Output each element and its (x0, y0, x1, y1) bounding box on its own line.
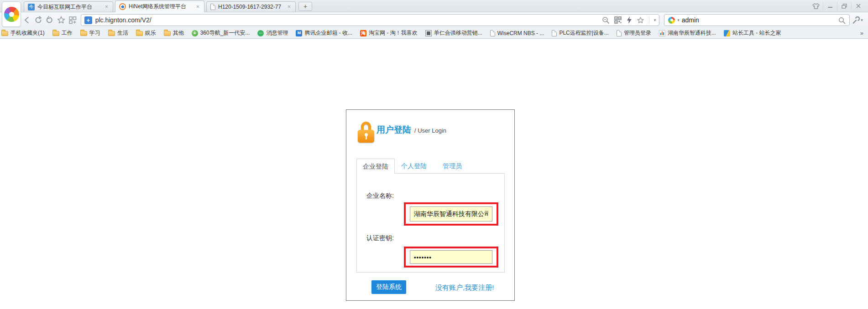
mail-icon: M (296, 30, 302, 36)
login-title-cn: 用户登陆 (376, 125, 411, 134)
bookmark-messages[interactable]: ···消息管理 (257, 29, 288, 37)
qr-code-icon (614, 16, 622, 24)
page-icon (552, 30, 557, 36)
divider (649, 16, 649, 24)
address-bar-actions: ▾ (601, 16, 656, 24)
search-engine-dropdown-icon[interactable]: ▾ (677, 18, 680, 22)
search-input[interactable]: admin (682, 16, 836, 24)
tab-title: H120-1509-1617-2932-77 (218, 4, 284, 10)
bookmark-plc-monitor[interactable]: PLC远程监控|设备... (552, 29, 608, 37)
browser-chrome: 今 今目标互联网工作平台 × HiNet网络系统管理平台 × H120-1509… (0, 0, 868, 39)
tab-jinmubiao[interactable]: 今 今目标互联网工作平台 × (24, 1, 113, 12)
bookmark-label: 学习 (89, 29, 100, 37)
bookmarks-bar: 手机收藏夹(1) 工作 学习 生活 娱乐 其他 +360导航_新一代安... ·… (0, 28, 868, 39)
tab-h120[interactable]: H120-1509-1617-2932-77 × (206, 1, 296, 12)
register-link[interactable]: 没有账户,我要注册! (435, 283, 494, 292)
hinet-favicon-icon (119, 3, 126, 10)
site-shield-icon[interactable]: + (84, 16, 92, 24)
tab-bar: 今 今目标互联网工作平台 × HiNet网络系统管理平台 × H120-1509… (0, 0, 868, 12)
window-controls (809, 2, 865, 10)
tab-admin-login[interactable]: 管理员 (433, 159, 471, 174)
restore-button[interactable] (837, 2, 851, 10)
bookmark-folder-life[interactable]: 生活 (108, 29, 128, 37)
bookmarks-overflow-button[interactable]: » (860, 30, 863, 36)
bookmark-label: 工作 (62, 29, 73, 37)
url-text[interactable]: plc.hignton.com/V2/ (95, 16, 598, 24)
bookmark-360nav[interactable]: +360导航_新一代安... (192, 29, 250, 37)
bookmark-taobao[interactable]: 淘淘宝网 - 淘！我喜欢 (360, 29, 418, 37)
auth-key-input[interactable] (410, 250, 492, 264)
chat-bubble-icon: ··· (257, 30, 264, 36)
tab-enterprise-login[interactable]: 企业登陆 (356, 159, 395, 174)
back-icon (22, 15, 31, 25)
folder-icon (108, 31, 115, 36)
search-box[interactable]: ▾ admin (664, 14, 850, 26)
back-button[interactable] (22, 15, 32, 26)
jinmubiao-favicon-icon: 今 (28, 4, 35, 10)
bookmark-chinaz[interactable]: 站长工具 - 站长之家 (724, 29, 781, 37)
favorites-button[interactable] (56, 15, 67, 26)
page-zoom-button[interactable] (601, 16, 610, 24)
search-go-button[interactable] (838, 16, 846, 24)
bookmark-label: 腾讯企业邮箱 - 收... (304, 29, 352, 37)
tools-menu-button[interactable]: ▾ (851, 15, 864, 26)
lightning-icon (626, 16, 632, 24)
enterprise-name-input[interactable] (410, 206, 492, 221)
tab-personal-login[interactable]: 个人登陆 (395, 159, 433, 174)
enterprise-name-highlight (404, 202, 498, 226)
tab-close-icon[interactable]: × (195, 3, 200, 10)
folder-icon (136, 31, 143, 36)
browser-menu-button[interactable] (2, 1, 21, 27)
bookmark-label: 站长工具 - 站长之家 (732, 29, 781, 37)
refresh-icon (34, 15, 43, 25)
bookmark-label: 管理员登录 (624, 29, 651, 37)
search-engine-icon[interactable] (668, 17, 675, 24)
login-title: 用户登陆/ User Login (376, 124, 446, 136)
bookmark-folder-fun[interactable]: 娱乐 (136, 29, 156, 37)
undo-history-button[interactable] (45, 15, 55, 26)
taobao-icon: 淘 (360, 30, 366, 36)
bookmark-wisecrm[interactable]: WiseCRM NBS - ... (490, 30, 544, 36)
grid-plus-icon (68, 15, 77, 25)
bookmark-label: 手机收藏夹(1) (10, 29, 45, 37)
minimize-button[interactable] (823, 2, 837, 10)
bookmark-folder-mobile[interactable]: 手机收藏夹(1) (1, 29, 45, 37)
minimize-icon (828, 4, 832, 8)
address-bar[interactable]: + plc.hignton.com/V2/ ▾ (81, 14, 660, 26)
lock-body (358, 130, 374, 143)
star-icon (637, 16, 644, 24)
wrench-icon (852, 16, 860, 24)
bookmark-folder-study[interactable]: 学习 (80, 29, 100, 37)
magnifier-icon (838, 16, 846, 24)
bookmark-tencent-mail[interactable]: M腾讯企业邮箱 - 收... (296, 29, 352, 37)
bookmark-label: 娱乐 (145, 29, 156, 37)
new-tab-button[interactable]: + (298, 2, 312, 11)
bookmark-huachen[interactable]: 湖南华辰智通科技... (659, 29, 716, 37)
address-dropdown-button[interactable]: ▾ (654, 18, 656, 22)
bookmark-folder-other[interactable]: 其他 (164, 29, 184, 37)
tab-close-icon[interactable]: × (287, 3, 292, 10)
login-submit-button[interactable]: 登陆系统 (371, 280, 406, 294)
browser-toolbar: + plc.hignton.com/V2/ ▾ (0, 12, 868, 28)
tab-close-icon[interactable]: × (104, 3, 109, 10)
refresh-button[interactable] (33, 15, 44, 26)
bookmark-label: 淘宝网 - 淘！我喜欢 (369, 29, 418, 37)
close-window-button[interactable] (851, 2, 865, 10)
bookmark-page-button[interactable] (637, 16, 644, 24)
qr-code-button[interactable] (614, 16, 622, 24)
accelerate-button[interactable] (626, 16, 632, 24)
folder-icon (1, 31, 8, 36)
tab-title: HiNet网络系统管理平台 (129, 3, 193, 10)
magnifier-minus-icon (601, 16, 610, 24)
skin-button[interactable] (809, 2, 823, 10)
close-icon (856, 4, 861, 8)
bookmark-admin-login[interactable]: 管理员登录 (617, 29, 651, 37)
bookmark-label: PLC远程监控|设备... (559, 29, 608, 37)
bookmark-folder-work[interactable]: 工作 (52, 29, 73, 37)
page-favicon-icon (210, 4, 215, 10)
tab-hinet-active[interactable]: HiNet网络系统管理平台 × (115, 0, 204, 12)
auth-key-label: 认证密钥: (360, 233, 394, 243)
bookmark-shanren[interactable]: 单仁合强移动营销... (425, 29, 482, 37)
extensions-button[interactable] (68, 15, 78, 26)
undo-icon (45, 15, 54, 25)
